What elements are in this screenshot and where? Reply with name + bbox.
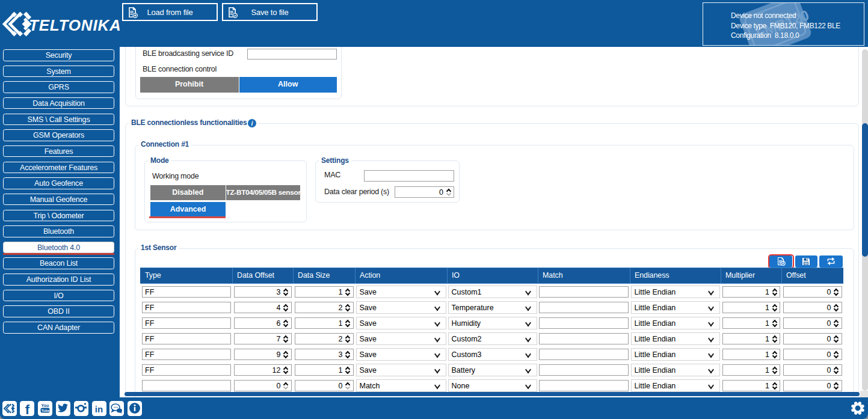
svg-text:TELTONIKA: TELTONIKA	[29, 16, 122, 34]
svg-text:Tube: Tube	[42, 409, 51, 412]
svg-text:You: You	[42, 403, 49, 408]
